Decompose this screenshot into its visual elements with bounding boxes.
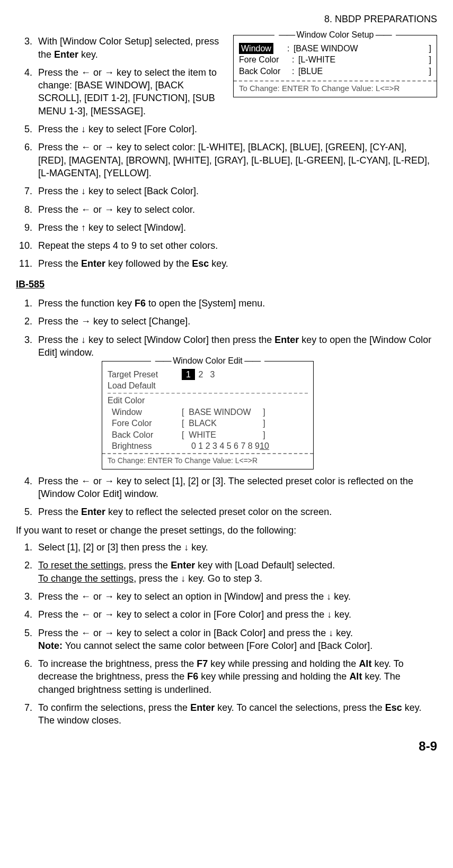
b-step-2: Press the → key to select [Change]. bbox=[35, 315, 437, 328]
step-10: Repeat the steps 4 to 9 to set other col… bbox=[35, 239, 437, 252]
c-step-6: To increase the brightness, press the F7… bbox=[35, 657, 437, 696]
fig1-back-value: BLUE bbox=[300, 66, 426, 77]
fig2-preset-3: 3 bbox=[207, 369, 218, 381]
fig2-footer: To Change: ENTER To Change Value: L<=>R bbox=[102, 453, 313, 469]
page-header: 8. NBDP PREPARATIONS bbox=[16, 13, 437, 25]
fig1-fore-value: L-WHITE bbox=[300, 54, 426, 66]
heading-ib585: IB-585 bbox=[16, 278, 437, 291]
figure-window-color-edit: Window Color Edit Target Preset 1 2 3 Lo… bbox=[102, 361, 314, 469]
c-step-7: To confirm the selections, press the Ent… bbox=[35, 701, 437, 727]
fig1-back-label: Back Color bbox=[239, 66, 292, 77]
c-step-1: Select [1], [2] or [3] then press the ↓ … bbox=[35, 541, 437, 554]
figure-title: Window Color Setup bbox=[274, 30, 396, 39]
step-6: Press the ← or → key to select color: [L… bbox=[35, 141, 437, 179]
b-step-3: Press the ↓ key to select [Window Color]… bbox=[35, 333, 437, 469]
c-step-5: Press the ← or → key to select a color i… bbox=[35, 627, 437, 653]
c-step-2: To reset the settings, press the Enter k… bbox=[35, 559, 437, 585]
fig1-window-value: BASE WINDOW bbox=[296, 43, 426, 55]
fig2-edit-color: Edit Color bbox=[108, 395, 145, 406]
step-11: Press the Enter key followed by the Esc … bbox=[35, 257, 437, 270]
fig2-target-preset: Target Preset bbox=[108, 369, 182, 381]
procedure-list-c: Select [1], [2] or [3] then press the ↓ … bbox=[16, 541, 437, 727]
fig1-fore-label: Fore Color bbox=[239, 54, 292, 66]
step-8: Press the ← or → key to select color. bbox=[35, 203, 437, 216]
c-step-3: Press the ← or → key to select an option… bbox=[35, 590, 437, 603]
step-9: Press the ↑ key to select [Window]. bbox=[35, 221, 437, 234]
figure-window-color-setup: Window Color Setup Window :[ BASE WINDOW… bbox=[233, 35, 437, 97]
page-number: 8-9 bbox=[16, 738, 437, 755]
fig2-window: Window bbox=[112, 406, 182, 418]
b-step-1: Press the function key F6 to open the [S… bbox=[35, 297, 437, 310]
fig2-load-default: Load Default bbox=[108, 380, 156, 392]
fig2-brightness: Brightness bbox=[112, 440, 191, 452]
b-step-5: Press the Enter key to reflect the selec… bbox=[35, 505, 437, 518]
fig2-preset-2: 2 bbox=[195, 369, 207, 381]
b-step-4: Press the ← or → key to select [1], [2] … bbox=[35, 475, 437, 501]
fig1-window-label: Window bbox=[239, 43, 273, 55]
c-step-4: Press the ← or → key to select a color i… bbox=[35, 608, 437, 621]
procedure-list-b: Press the function key F6 to open the [S… bbox=[16, 297, 437, 519]
fig2-preset-1: 1 bbox=[182, 369, 195, 381]
note-preset: If you want to reset or change the prese… bbox=[16, 524, 437, 537]
fig1-footer: To Change: ENTER To Change Value: L<=>R bbox=[234, 80, 437, 97]
fig2-back: Back Color bbox=[112, 429, 182, 441]
step-5: Press the ↓ key to select [Fore Color]. bbox=[35, 123, 437, 135]
step-7: Press the ↓ key to select [Back Color]. bbox=[35, 185, 437, 197]
fig2-fore: Fore Color bbox=[112, 418, 182, 429]
fig2-title: Window Color Edit bbox=[151, 356, 265, 365]
